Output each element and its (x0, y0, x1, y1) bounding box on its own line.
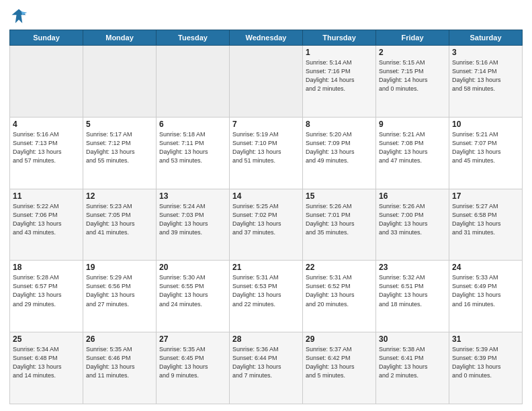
day-info: Sunrise: 5:31 AM Sunset: 6:53 PM Dayligh… (232, 273, 300, 308)
day-number: 3 (452, 48, 519, 57)
day-info: Sunrise: 5:18 AM Sunset: 7:11 PM Dayligh… (159, 130, 226, 165)
day-number: 8 (306, 120, 373, 129)
day-number: 14 (232, 191, 300, 201)
calendar-cell (157, 46, 230, 118)
calendar-cell: 17Sunrise: 5:27 AM Sunset: 6:58 PM Dayli… (449, 189, 523, 261)
day-info: Sunrise: 5:24 AM Sunset: 7:03 PM Dayligh… (159, 202, 226, 237)
calendar-cell: 23Sunrise: 5:32 AM Sunset: 6:51 PM Dayli… (376, 261, 449, 332)
calendar-cell: 21Sunrise: 5:31 AM Sunset: 6:53 PM Dayli… (230, 261, 303, 332)
day-number: 13 (159, 191, 226, 201)
day-info: Sunrise: 5:27 AM Sunset: 6:58 PM Dayligh… (452, 202, 519, 237)
calendar-week-row: 4Sunrise: 5:16 AM Sunset: 7:13 PM Daylig… (10, 117, 523, 189)
day-info: Sunrise: 5:21 AM Sunset: 7:07 PM Dayligh… (452, 130, 519, 165)
calendar-cell (10, 46, 83, 118)
calendar-cell: 24Sunrise: 5:33 AM Sunset: 6:49 PM Dayli… (449, 261, 523, 332)
col-header-tuesday: Tuesday (157, 30, 230, 46)
calendar-cell: 1Sunrise: 5:14 AM Sunset: 7:16 PM Daylig… (303, 46, 376, 118)
col-header-wednesday: Wednesday (230, 30, 303, 46)
svg-marker-0 (12, 9, 26, 24)
day-info: Sunrise: 5:26 AM Sunset: 7:00 PM Dayligh… (379, 202, 446, 237)
day-info: Sunrise: 5:14 AM Sunset: 7:16 PM Dayligh… (306, 58, 373, 93)
day-info: Sunrise: 5:21 AM Sunset: 7:08 PM Dayligh… (379, 130, 446, 165)
day-info: Sunrise: 5:16 AM Sunset: 7:13 PM Dayligh… (13, 130, 80, 165)
logo-icon (9, 7, 28, 26)
calendar-week-row: 1Sunrise: 5:14 AM Sunset: 7:16 PM Daylig… (10, 46, 523, 118)
logo (9, 7, 31, 26)
day-number: 7 (232, 120, 300, 129)
day-number: 30 (379, 334, 446, 344)
day-info: Sunrise: 5:36 AM Sunset: 6:44 PM Dayligh… (232, 345, 300, 380)
calendar-cell: 25Sunrise: 5:34 AM Sunset: 6:48 PM Dayli… (10, 332, 83, 404)
day-info: Sunrise: 5:37 AM Sunset: 6:42 PM Dayligh… (306, 345, 373, 380)
header (9, 7, 523, 26)
day-info: Sunrise: 5:30 AM Sunset: 6:55 PM Dayligh… (159, 273, 226, 308)
calendar-cell: 29Sunrise: 5:37 AM Sunset: 6:42 PM Dayli… (303, 332, 376, 404)
calendar-cell: 28Sunrise: 5:36 AM Sunset: 6:44 PM Dayli… (230, 332, 303, 404)
calendar-cell: 18Sunrise: 5:28 AM Sunset: 6:57 PM Dayli… (10, 261, 83, 332)
day-info: Sunrise: 5:16 AM Sunset: 7:14 PM Dayligh… (452, 58, 519, 93)
calendar-cell: 5Sunrise: 5:17 AM Sunset: 7:12 PM Daylig… (83, 117, 157, 189)
calendar-cell: 8Sunrise: 5:20 AM Sunset: 7:09 PM Daylig… (303, 117, 376, 189)
calendar-cell: 26Sunrise: 5:35 AM Sunset: 6:46 PM Dayli… (83, 332, 157, 404)
calendar-cell (83, 46, 157, 118)
day-number: 5 (86, 120, 153, 129)
day-info: Sunrise: 5:22 AM Sunset: 7:06 PM Dayligh… (13, 202, 80, 237)
day-number: 23 (379, 263, 446, 272)
calendar-cell: 12Sunrise: 5:23 AM Sunset: 7:05 PM Dayli… (83, 189, 157, 261)
col-header-monday: Monday (83, 30, 157, 46)
calendar-cell: 13Sunrise: 5:24 AM Sunset: 7:03 PM Dayli… (157, 189, 230, 261)
col-header-friday: Friday (376, 30, 449, 46)
day-number: 10 (452, 120, 519, 129)
day-number: 25 (13, 334, 80, 344)
day-number: 9 (379, 120, 446, 129)
day-number: 28 (232, 334, 300, 344)
calendar-cell: 20Sunrise: 5:30 AM Sunset: 6:55 PM Dayli… (157, 261, 230, 332)
col-header-saturday: Saturday (449, 30, 523, 46)
calendar-week-row: 11Sunrise: 5:22 AM Sunset: 7:06 PM Dayli… (10, 189, 523, 261)
page: SundayMondayTuesdayWednesdayThursdayFrid… (0, 0, 532, 411)
day-info: Sunrise: 5:39 AM Sunset: 6:39 PM Dayligh… (452, 345, 519, 380)
day-info: Sunrise: 5:29 AM Sunset: 6:56 PM Dayligh… (86, 273, 153, 308)
calendar-week-row: 18Sunrise: 5:28 AM Sunset: 6:57 PM Dayli… (10, 261, 523, 332)
day-info: Sunrise: 5:35 AM Sunset: 6:45 PM Dayligh… (159, 345, 226, 380)
calendar-cell: 2Sunrise: 5:15 AM Sunset: 7:15 PM Daylig… (376, 46, 449, 118)
day-number: 31 (452, 334, 519, 344)
day-number: 24 (452, 263, 519, 272)
day-number: 12 (86, 191, 153, 201)
day-number: 1 (306, 48, 373, 57)
calendar-cell: 9Sunrise: 5:21 AM Sunset: 7:08 PM Daylig… (376, 117, 449, 189)
day-number: 6 (159, 120, 226, 129)
day-number: 4 (13, 120, 80, 129)
calendar-cell: 27Sunrise: 5:35 AM Sunset: 6:45 PM Dayli… (157, 332, 230, 404)
day-info: Sunrise: 5:38 AM Sunset: 6:41 PM Dayligh… (379, 345, 446, 380)
day-number: 11 (13, 191, 80, 201)
day-number: 16 (379, 191, 446, 201)
calendar-cell: 11Sunrise: 5:22 AM Sunset: 7:06 PM Dayli… (10, 189, 83, 261)
calendar-cell: 22Sunrise: 5:31 AM Sunset: 6:52 PM Dayli… (303, 261, 376, 332)
calendar-cell: 4Sunrise: 5:16 AM Sunset: 7:13 PM Daylig… (10, 117, 83, 189)
calendar-cell: 19Sunrise: 5:29 AM Sunset: 6:56 PM Dayli… (83, 261, 157, 332)
calendar-header-row: SundayMondayTuesdayWednesdayThursdayFrid… (10, 30, 523, 46)
day-info: Sunrise: 5:19 AM Sunset: 7:10 PM Dayligh… (232, 130, 300, 165)
day-info: Sunrise: 5:23 AM Sunset: 7:05 PM Dayligh… (86, 202, 153, 237)
day-info: Sunrise: 5:26 AM Sunset: 7:01 PM Dayligh… (306, 202, 373, 237)
day-number: 20 (159, 263, 226, 272)
day-number: 27 (159, 334, 226, 344)
calendar-cell: 30Sunrise: 5:38 AM Sunset: 6:41 PM Dayli… (376, 332, 449, 404)
calendar-cell: 10Sunrise: 5:21 AM Sunset: 7:07 PM Dayli… (449, 117, 523, 189)
col-header-sunday: Sunday (10, 30, 83, 46)
calendar-cell: 15Sunrise: 5:26 AM Sunset: 7:01 PM Dayli… (303, 189, 376, 261)
day-number: 26 (86, 334, 153, 344)
day-info: Sunrise: 5:17 AM Sunset: 7:12 PM Dayligh… (86, 130, 153, 165)
day-number: 15 (306, 191, 373, 201)
calendar-cell: 7Sunrise: 5:19 AM Sunset: 7:10 PM Daylig… (230, 117, 303, 189)
calendar-cell: 6Sunrise: 5:18 AM Sunset: 7:11 PM Daylig… (157, 117, 230, 189)
day-number: 19 (86, 263, 153, 272)
calendar-cell (230, 46, 303, 118)
calendar-cell: 16Sunrise: 5:26 AM Sunset: 7:00 PM Dayli… (376, 189, 449, 261)
day-info: Sunrise: 5:20 AM Sunset: 7:09 PM Dayligh… (306, 130, 373, 165)
day-info: Sunrise: 5:32 AM Sunset: 6:51 PM Dayligh… (379, 273, 446, 308)
calendar-cell: 3Sunrise: 5:16 AM Sunset: 7:14 PM Daylig… (449, 46, 523, 118)
day-number: 29 (306, 334, 373, 344)
calendar-cell: 31Sunrise: 5:39 AM Sunset: 6:39 PM Dayli… (449, 332, 523, 404)
